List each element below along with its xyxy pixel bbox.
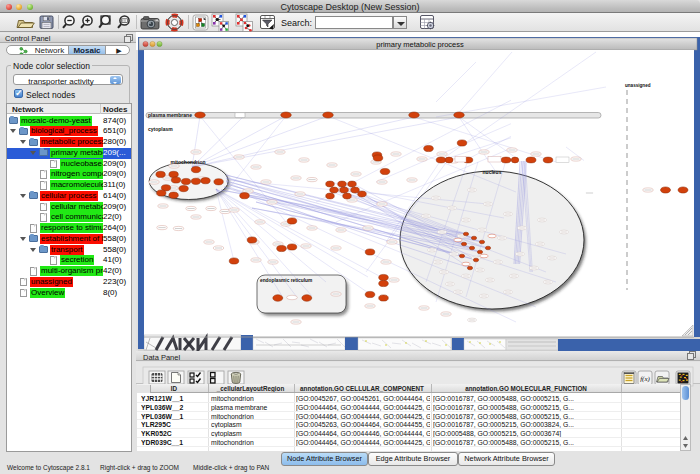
svg-text:cytoplasm: cytoplasm bbox=[148, 126, 173, 132]
svg-text:plasma membrane: plasma membrane bbox=[148, 112, 192, 118]
svg-text:unassigned: unassigned bbox=[625, 83, 651, 88]
svg-text:nucleus: nucleus bbox=[483, 169, 502, 175]
svg-text:endoplasmic reticulum: endoplasmic reticulum bbox=[260, 278, 312, 283]
svg-text:f(x): f(x) bbox=[640, 375, 650, 383]
svg-text:primary metabolic process: primary metabolic process bbox=[376, 40, 464, 49]
